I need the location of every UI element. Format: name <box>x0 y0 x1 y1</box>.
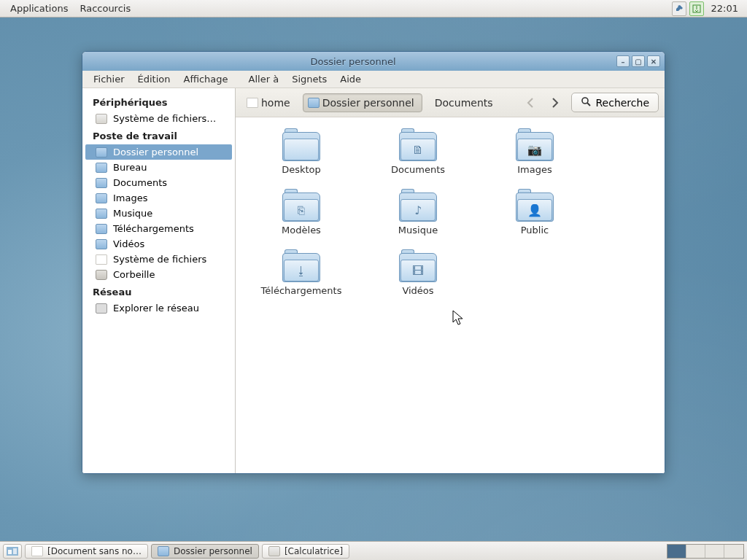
sidebar-item-filesystem[interactable]: Système de fichiers <box>82 252 235 267</box>
workspace-2[interactable] <box>686 545 705 558</box>
main-pane: home Dossier personnel Documents <box>236 88 665 473</box>
sidebar-item-downloads[interactable]: Téléchargements <box>82 221 235 236</box>
places-sidebar: Périphériques Système de fichiers… Poste… <box>82 88 236 473</box>
network-header: Réseau <box>82 282 235 300</box>
folder-item[interactable]: 📷 Images <box>476 128 593 179</box>
document-icon <box>96 254 107 265</box>
menu-edit[interactable]: Édition <box>131 71 177 88</box>
sidebar-item-label: Corbeille <box>113 269 155 280</box>
workspace-switcher[interactable] <box>667 544 744 559</box>
applications-menu[interactable]: Applications <box>4 0 74 17</box>
path-segment-documents[interactable]: Documents <box>427 93 501 112</box>
nav-back-button <box>522 93 541 112</box>
folder-icon: 👤 <box>516 192 554 222</box>
menu-help[interactable]: Aide <box>333 71 368 88</box>
folder-item[interactable]: ♪ Musique <box>360 188 476 240</box>
taskbar-task[interactable]: [Calculatrice] <box>262 544 349 559</box>
menubar: Fichier Édition Affichage Aller à Signet… <box>82 71 665 88</box>
svg-point-1 <box>582 98 588 104</box>
menu-file[interactable]: Fichier <box>87 71 131 88</box>
maximize-button[interactable]: ▢ <box>632 55 645 67</box>
workspace-3[interactable] <box>705 545 724 558</box>
menu-view[interactable]: Affichage <box>177 71 234 88</box>
sidebar-item-images[interactable]: Images <box>82 190 235 206</box>
task-label: [Document sans no… <box>47 546 142 556</box>
folder-item[interactable]: ⭳ Téléchargements <box>243 249 360 300</box>
location-toolbar: home Dossier personnel Documents <box>236 88 665 117</box>
home-folder-icon <box>308 98 320 108</box>
search-button[interactable]: Recherche <box>571 93 659 112</box>
task-label: [Calculatrice] <box>285 546 343 556</box>
folder-item[interactable]: 🎞 Vidéos <box>360 249 476 300</box>
folder-label: Vidéos <box>402 285 433 296</box>
svg-line-2 <box>587 103 590 106</box>
folder-icon <box>96 163 107 173</box>
show-desktop-button[interactable] <box>3 544 22 559</box>
folder-label: Téléchargements <box>261 285 342 296</box>
folder-item[interactable]: 🗎 Documents <box>360 128 476 179</box>
path-segment-label: home <box>261 97 290 109</box>
path-segment-home-root[interactable]: home <box>241 93 298 112</box>
file-manager-window: Dossier personnel – ▢ ✕ Fichier Édition … <box>82 51 665 474</box>
network-icon <box>96 303 107 314</box>
sidebar-item-label: Documents <box>113 177 167 188</box>
sidebar-item-label: Vidéos <box>113 238 144 249</box>
sidebar-item-music[interactable]: Musique <box>82 206 235 221</box>
titlebar[interactable]: Dossier personnel – ▢ ✕ <box>82 52 665 71</box>
sidebar-item-label: Images <box>113 192 148 203</box>
folder-item[interactable]: 👤 Public <box>476 188 593 240</box>
folder-label: Images <box>517 164 552 175</box>
sidebar-item-label: Bureau <box>113 162 147 173</box>
clock[interactable]: 22:01 <box>707 3 743 14</box>
sidebar-item-trash[interactable]: Corbeille <box>82 267 235 282</box>
folder-icon <box>282 132 320 161</box>
folder-icon: 📷 <box>516 132 554 161</box>
sidebar-item-label: Dossier personnel <box>113 147 198 158</box>
svg-rect-4 <box>8 550 12 554</box>
sidebar-item-browse-network[interactable]: Explorer le réseau <box>82 300 235 316</box>
drive-icon <box>96 114 107 124</box>
folder-icon <box>96 239 107 249</box>
logout-icon[interactable] <box>689 1 704 16</box>
close-button[interactable]: ✕ <box>647 55 660 67</box>
workspace-4[interactable] <box>724 545 743 558</box>
sidebar-item-home[interactable]: Dossier personnel <box>85 144 232 160</box>
sidebar-item-filesystem-root[interactable]: Système de fichiers… <box>82 111 235 126</box>
workspace-1[interactable] <box>667 545 686 558</box>
computer-header: Poste de travail <box>82 126 235 144</box>
shortcuts-menu[interactable]: Raccourcis <box>74 0 136 17</box>
folder-item[interactable]: ⎘ Modèles <box>243 188 360 240</box>
sidebar-item-label: Téléchargements <box>113 223 194 234</box>
sidebar-item-videos[interactable]: Vidéos <box>82 236 235 252</box>
nav-forward-button[interactable] <box>545 93 564 112</box>
security-icon[interactable] <box>672 1 686 16</box>
bottom-panel: [Document sans no…Dossier personnel[Calc… <box>0 541 747 560</box>
taskbar-task[interactable]: Dossier personnel <box>151 544 259 559</box>
home-folder-icon <box>96 147 107 158</box>
document-icon <box>31 546 43 556</box>
sidebar-item-desktop[interactable]: Bureau <box>82 160 235 175</box>
folder-icon: 🗎 <box>399 132 437 161</box>
folder-label: Modèles <box>282 225 321 236</box>
folder-icon <box>96 209 107 219</box>
menu-go[interactable]: Aller à <box>242 71 286 88</box>
sidebar-item-label: Explorer le réseau <box>113 303 199 314</box>
sidebar-item-documents[interactable]: Documents <box>82 175 235 190</box>
path-segment-label: Documents <box>435 97 493 109</box>
menu-bookmarks[interactable]: Signets <box>285 71 333 88</box>
folder-icon: ♪ <box>399 192 437 222</box>
path-segment-current[interactable]: Dossier personnel <box>303 93 422 112</box>
trash-icon <box>96 270 107 280</box>
folder-label: Documents <box>391 164 445 175</box>
icon-view[interactable]: Desktop 🗎 Documents 📷 Images ⎘ Modèles ♪… <box>236 117 665 473</box>
task-label: Dossier personnel <box>174 546 252 556</box>
search-button-label: Recherche <box>595 97 649 109</box>
folder-icon: ⭳ <box>282 253 320 282</box>
taskbar-task[interactable]: [Document sans no… <box>25 544 148 559</box>
minimize-button[interactable]: – <box>616 55 630 67</box>
folder-icon <box>96 224 107 234</box>
folder-item[interactable]: Desktop <box>243 128 360 179</box>
path-segment-label: Dossier personnel <box>322 97 414 109</box>
folder-label: Musique <box>398 225 438 236</box>
folder-icon <box>158 546 169 556</box>
